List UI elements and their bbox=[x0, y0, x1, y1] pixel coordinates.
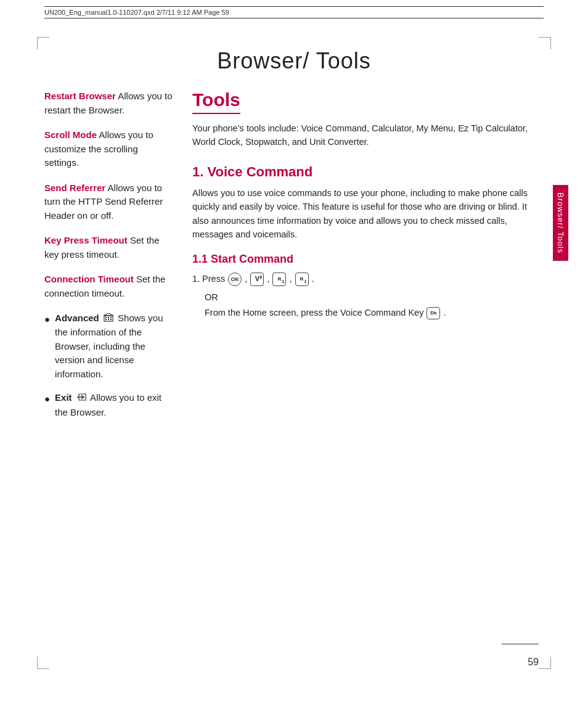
svg-rect-0 bbox=[104, 316, 113, 321]
bullet-dot-advanced: ● bbox=[44, 313, 50, 327]
term-key-press-timeout-label: Key Press Timeout bbox=[44, 235, 128, 245]
term-send-referrer-label: Send Referrer bbox=[44, 183, 105, 193]
page-divider bbox=[502, 644, 539, 644]
bullet-advanced-term: Advanced bbox=[55, 313, 102, 323]
term-key-press-timeout: Key Press Timeout Set the key press time… bbox=[44, 234, 174, 261]
bullet-advanced-content: Advanced Shows you the information of bbox=[55, 311, 174, 381]
corner-mark-br bbox=[539, 657, 551, 669]
svg-rect-6 bbox=[110, 319, 112, 320]
key-v: V 6 bbox=[250, 273, 264, 286]
corner-mark-bl bbox=[37, 657, 49, 669]
building-icon bbox=[104, 312, 113, 326]
or-text: OR bbox=[205, 292, 539, 302]
left-column: Restart Browser Allows you to restart th… bbox=[44, 89, 174, 657]
svg-rect-5 bbox=[108, 319, 109, 320]
comma2: , bbox=[267, 274, 272, 284]
page-title: Browser/ Tools bbox=[0, 48, 588, 74]
right-column: Tools Your phone’s tools include: Voice … bbox=[192, 89, 539, 657]
comma3: , bbox=[289, 274, 294, 284]
key-dk-label: Dk bbox=[430, 310, 436, 317]
term-send-referrer: Send Referrer Allows you to turn the HTT… bbox=[44, 181, 174, 223]
key-ok: OK bbox=[228, 273, 242, 286]
period2: . bbox=[443, 308, 446, 318]
start-command-heading: 1.1 Start Command bbox=[192, 253, 539, 266]
svg-marker-7 bbox=[104, 313, 113, 316]
tools-description: Your phone’s tools include: Voice Comman… bbox=[192, 121, 539, 149]
header-file-info: UN200_Eng_manual1.0-110207.qxd 2/7/11 9:… bbox=[44, 9, 229, 16]
svg-rect-1 bbox=[105, 317, 107, 318]
svg-rect-3 bbox=[110, 317, 112, 318]
term-scroll-mode-label: Scroll Mode bbox=[44, 129, 97, 140]
period: . bbox=[312, 274, 314, 284]
bullet-dot-exit: ● bbox=[44, 392, 50, 406]
key-r1-second: R 1 bbox=[295, 273, 309, 286]
arrow-icon bbox=[76, 392, 87, 406]
corner-mark-tl bbox=[37, 37, 49, 49]
corner-mark-tr bbox=[539, 37, 551, 49]
sidebar-label: Browser/ Tools bbox=[553, 185, 568, 261]
voice-command-text: Allows you to use voice commands to use … bbox=[192, 186, 539, 242]
key-dk: Dk bbox=[427, 307, 440, 319]
comma1: , bbox=[245, 274, 250, 284]
key-r1-first: R 1 bbox=[272, 273, 286, 286]
bullet-exit: ● Exit Allows you to exit the Browser. bbox=[44, 391, 174, 419]
bullet-exit-content: Exit Allows you to exit the Browser. bbox=[55, 391, 174, 419]
svg-rect-4 bbox=[105, 319, 107, 320]
term-connection-timeout-label: Connection Timeout bbox=[44, 274, 134, 284]
from-home-text: From the Home screen, press the Voice Co… bbox=[205, 306, 539, 319]
term-restart-browser-label: Restart Browser bbox=[44, 91, 116, 101]
term-connection-timeout: Connection Timeout Set the connection ti… bbox=[44, 273, 174, 300]
term-restart-browser: Restart Browser Allows you to restart th… bbox=[44, 89, 174, 117]
tools-section-title: Tools bbox=[192, 89, 240, 114]
page-number: 59 bbox=[528, 657, 539, 668]
bullet-exit-term: Exit bbox=[55, 392, 75, 403]
from-home-desc: From the Home screen, press the Voice Co… bbox=[205, 308, 423, 318]
svg-rect-2 bbox=[108, 317, 109, 318]
header-bar: UN200_Eng_manual1.0-110207.qxd 2/7/11 9:… bbox=[44, 6, 544, 18]
main-content: Restart Browser Allows you to restart th… bbox=[44, 89, 539, 657]
bullet-advanced: ● Advanced Shows you t bbox=[44, 311, 174, 381]
step1-prefix: 1. Press bbox=[192, 274, 225, 284]
start-command-step1: 1. Press OK , V 6 , R 1 , R 1 . bbox=[192, 272, 539, 286]
term-scroll-mode: Scroll Mode Allows you to customize the … bbox=[44, 128, 174, 170]
voice-command-heading: 1. Voice Command bbox=[192, 164, 539, 180]
